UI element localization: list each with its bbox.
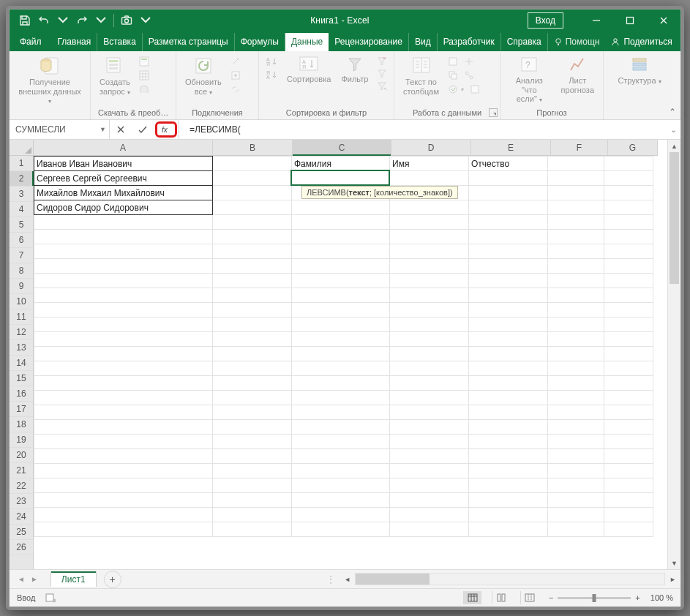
cell[interactable] <box>604 215 653 230</box>
cell[interactable] <box>34 332 213 347</box>
remove-duplicates-button[interactable] <box>446 70 460 81</box>
cell[interactable] <box>390 478 469 493</box>
cell[interactable] <box>469 391 548 405</box>
tab-insert[interactable]: Вставка <box>97 33 143 51</box>
cell[interactable] <box>213 303 292 318</box>
tab-pagelayout[interactable]: Разметка страницы <box>143 33 235 51</box>
cell[interactable] <box>390 347 469 361</box>
cell[interactable] <box>34 376 213 391</box>
tab-data[interactable]: Данные <box>285 33 329 51</box>
signin-button[interactable]: Вход <box>528 12 563 29</box>
cell[interactable] <box>548 244 604 259</box>
cell[interactable] <box>548 405 604 420</box>
cells-table[interactable]: Иванов Иван ИвановичФамилияИмяОтчествоСе… <box>34 156 653 537</box>
undo-dropdown-icon[interactable] <box>56 14 70 27</box>
cell[interactable] <box>548 493 604 508</box>
insert-function-button[interactable]: fx <box>158 124 174 135</box>
cell[interactable] <box>292 508 390 522</box>
qat-customize-icon[interactable] <box>139 14 152 27</box>
cell[interactable] <box>390 200 469 215</box>
redo-dropdown-icon[interactable] <box>94 14 108 27</box>
row-header[interactable]: 7 <box>10 248 33 263</box>
view-pagebreak-button[interactable] <box>520 591 539 604</box>
view-normal-button[interactable] <box>463 591 481 604</box>
row-header[interactable]: 20 <box>10 448 33 463</box>
row-header[interactable]: 11 <box>10 309 33 325</box>
cell[interactable] <box>213 508 292 522</box>
cell[interactable] <box>213 361 292 376</box>
row-header[interactable]: 17 <box>10 402 33 417</box>
cell[interactable] <box>469 478 548 493</box>
row-header[interactable]: 24 <box>10 509 33 525</box>
outline-button[interactable]: Структура ▾ <box>615 54 664 87</box>
cell[interactable] <box>390 259 469 274</box>
relationships-button[interactable] <box>462 70 476 81</box>
row-header[interactable]: 6 <box>10 233 33 248</box>
cell[interactable]: Сергеев Сергей Сергеевич <box>34 171 213 186</box>
new-query-button[interactable]: Создатьзапрос ▾ <box>97 54 133 97</box>
cell[interactable] <box>469 274 548 288</box>
cell[interactable] <box>604 420 653 435</box>
cell[interactable] <box>292 215 390 230</box>
cell[interactable] <box>548 347 604 361</box>
cell[interactable] <box>292 420 390 435</box>
cell[interactable] <box>548 376 604 391</box>
column-header[interactable]: A <box>34 140 213 155</box>
cell[interactable] <box>604 361 653 376</box>
cell[interactable] <box>548 274 604 288</box>
cell[interactable] <box>604 332 653 347</box>
zoom-slider[interactable] <box>558 597 631 599</box>
cell[interactable] <box>213 405 292 420</box>
maximize-button[interactable] <box>613 10 647 31</box>
column-header[interactable]: E <box>471 140 551 155</box>
row-header[interactable]: 12 <box>10 325 33 340</box>
connections-button[interactable] <box>229 56 242 67</box>
cell[interactable] <box>213 318 292 332</box>
cell[interactable] <box>34 274 213 288</box>
from-table-button[interactable] <box>138 70 151 81</box>
row-header[interactable]: 15 <box>10 371 33 386</box>
cell[interactable] <box>469 215 548 230</box>
cell[interactable] <box>548 435 604 449</box>
cell[interactable] <box>34 318 213 332</box>
cell[interactable] <box>213 200 292 215</box>
cell[interactable] <box>213 376 292 391</box>
cell[interactable] <box>390 274 469 288</box>
zoom-out-button[interactable]: − <box>549 593 553 602</box>
row-header[interactable]: 10 <box>10 294 33 309</box>
cell[interactable] <box>292 391 390 405</box>
cell[interactable] <box>390 464 469 478</box>
row-header[interactable]: 14 <box>10 356 33 371</box>
refresh-all-button[interactable]: Обновитьвсе ▾ <box>182 54 225 97</box>
camera-icon[interactable] <box>120 14 133 27</box>
add-sheet-button[interactable]: + <box>104 571 121 588</box>
cell[interactable] <box>34 420 213 435</box>
chevron-down-icon[interactable]: ▼ <box>100 126 106 133</box>
cell[interactable] <box>604 303 653 318</box>
consolidate-button[interactable] <box>462 56 476 67</box>
cell[interactable] <box>548 318 604 332</box>
cell[interactable] <box>604 230 653 244</box>
cell[interactable] <box>34 259 213 274</box>
cell[interactable] <box>604 318 653 332</box>
cell[interactable]: =ЛЕВСИМВ( <box>292 171 390 186</box>
row-header[interactable]: 23 <box>10 494 33 509</box>
tell-me[interactable]: Помощн <box>548 33 606 51</box>
cell[interactable] <box>548 288 604 303</box>
tab-formulas[interactable]: Формулы <box>235 33 285 51</box>
cell[interactable] <box>604 274 653 288</box>
scrollbar-thumb[interactable] <box>670 152 679 284</box>
formula-input[interactable]: =ЛЕВСИМВ( <box>179 120 666 139</box>
cell[interactable] <box>390 215 469 230</box>
flash-fill-button[interactable] <box>446 56 460 67</box>
save-icon[interactable] <box>18 14 31 27</box>
tab-file[interactable]: Файл <box>10 33 52 51</box>
name-box[interactable]: СУММЕСЛИ ▼ <box>10 120 110 139</box>
row-header[interactable]: 3 <box>10 187 33 202</box>
cell[interactable] <box>213 449 292 464</box>
cell[interactable] <box>292 259 390 274</box>
cell[interactable] <box>34 244 213 259</box>
cell[interactable] <box>548 478 604 493</box>
column-header[interactable]: C <box>293 140 391 155</box>
tab-home[interactable]: Главная <box>52 33 98 51</box>
